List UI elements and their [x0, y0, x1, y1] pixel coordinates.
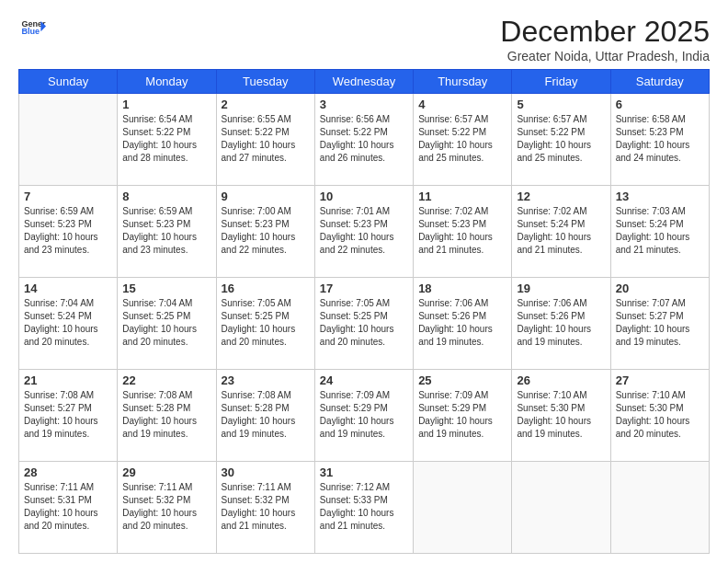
day-number: 25	[418, 373, 506, 387]
week-row-2: 7Sunrise: 6:59 AM Sunset: 5:23 PM Daylig…	[19, 186, 710, 278]
calendar-cell: 30Sunrise: 7:11 AM Sunset: 5:32 PM Dayli…	[216, 462, 314, 554]
calendar-cell	[512, 462, 610, 554]
cell-info: Sunrise: 7:11 AM Sunset: 5:31 PM Dayligh…	[24, 481, 112, 533]
cell-info: Sunrise: 6:57 AM Sunset: 5:22 PM Dayligh…	[517, 113, 605, 165]
calendar-cell: 24Sunrise: 7:09 AM Sunset: 5:29 PM Dayli…	[314, 370, 413, 462]
day-number: 19	[517, 282, 605, 295]
cell-info: Sunrise: 6:55 AM Sunset: 5:22 PM Dayligh…	[222, 113, 310, 165]
calendar-cell: 18Sunrise: 7:06 AM Sunset: 5:26 PM Dayli…	[414, 278, 512, 370]
cell-info: Sunrise: 7:11 AM Sunset: 5:32 PM Dayligh…	[222, 481, 310, 533]
day-number: 7	[24, 190, 112, 203]
day-number: 8	[122, 190, 210, 203]
weekday-header-thursday: Thursday	[414, 70, 512, 94]
header: General Blue December 2025 Greater Noida…	[18, 15, 710, 63]
day-number: 14	[24, 282, 112, 295]
day-number: 6	[616, 98, 704, 111]
calendar-cell: 9Sunrise: 7:00 AM Sunset: 5:23 PM Daylig…	[216, 186, 314, 278]
calendar-cell: 22Sunrise: 7:08 AM Sunset: 5:28 PM Dayli…	[118, 370, 216, 462]
cell-info: Sunrise: 7:04 AM Sunset: 5:25 PM Dayligh…	[122, 297, 210, 349]
month-title: December 2025	[500, 15, 710, 49]
calendar-cell: 2Sunrise: 6:55 AM Sunset: 5:22 PM Daylig…	[216, 94, 314, 186]
calendar-cell: 21Sunrise: 7:08 AM Sunset: 5:27 PM Dayli…	[19, 370, 118, 462]
calendar-cell: 26Sunrise: 7:10 AM Sunset: 5:30 PM Dayli…	[512, 370, 610, 462]
cell-info: Sunrise: 7:02 AM Sunset: 5:23 PM Dayligh…	[418, 205, 506, 257]
location: Greater Noida, Uttar Pradesh, India	[500, 49, 710, 63]
calendar-cell: 23Sunrise: 7:08 AM Sunset: 5:28 PM Dayli…	[216, 370, 314, 462]
calendar-cell: 11Sunrise: 7:02 AM Sunset: 5:23 PM Dayli…	[414, 186, 512, 278]
weekday-header-friday: Friday	[512, 70, 610, 94]
cell-info: Sunrise: 7:01 AM Sunset: 5:23 PM Dayligh…	[320, 205, 408, 257]
calendar-cell: 1Sunrise: 6:54 AM Sunset: 5:22 PM Daylig…	[118, 94, 216, 186]
calendar-cell	[610, 462, 709, 554]
week-row-5: 28Sunrise: 7:11 AM Sunset: 5:31 PM Dayli…	[19, 462, 710, 554]
day-number: 24	[320, 373, 408, 387]
logo: General Blue	[18, 15, 46, 40]
day-number: 11	[418, 190, 506, 203]
day-number: 18	[418, 282, 506, 295]
cell-info: Sunrise: 7:12 AM Sunset: 5:33 PM Dayligh…	[320, 481, 408, 533]
cell-info: Sunrise: 7:05 AM Sunset: 5:25 PM Dayligh…	[222, 297, 310, 349]
calendar-cell: 8Sunrise: 6:59 AM Sunset: 5:23 PM Daylig…	[118, 186, 216, 278]
calendar-cell: 12Sunrise: 7:02 AM Sunset: 5:24 PM Dayli…	[512, 186, 610, 278]
day-number: 3	[320, 98, 408, 111]
day-number: 5	[517, 98, 605, 111]
calendar-cell: 15Sunrise: 7:04 AM Sunset: 5:25 PM Dayli…	[118, 278, 216, 370]
cell-info: Sunrise: 7:07 AM Sunset: 5:27 PM Dayligh…	[616, 297, 704, 349]
cell-info: Sunrise: 7:09 AM Sunset: 5:29 PM Dayligh…	[320, 389, 408, 441]
calendar-cell: 6Sunrise: 6:58 AM Sunset: 5:23 PM Daylig…	[610, 94, 709, 186]
weekday-header-tuesday: Tuesday	[216, 70, 314, 94]
calendar-cell: 31Sunrise: 7:12 AM Sunset: 5:33 PM Dayli…	[314, 462, 413, 554]
cell-info: Sunrise: 7:08 AM Sunset: 5:28 PM Dayligh…	[122, 389, 210, 441]
cell-info: Sunrise: 6:58 AM Sunset: 5:23 PM Dayligh…	[616, 113, 704, 165]
week-row-3: 14Sunrise: 7:04 AM Sunset: 5:24 PM Dayli…	[19, 278, 710, 370]
cell-info: Sunrise: 7:05 AM Sunset: 5:25 PM Dayligh…	[320, 297, 408, 349]
day-number: 2	[222, 98, 310, 111]
day-number: 26	[517, 373, 605, 387]
weekday-header-sunday: Sunday	[19, 70, 118, 94]
week-row-1: 1Sunrise: 6:54 AM Sunset: 5:22 PM Daylig…	[19, 94, 710, 186]
day-number: 31	[320, 465, 408, 479]
svg-text:Blue: Blue	[21, 27, 40, 36]
calendar-table: SundayMondayTuesdayWednesdayThursdayFrid…	[18, 69, 710, 554]
day-number: 30	[222, 465, 310, 479]
calendar-cell	[414, 462, 512, 554]
cell-info: Sunrise: 7:04 AM Sunset: 5:24 PM Dayligh…	[24, 297, 112, 349]
cell-info: Sunrise: 7:02 AM Sunset: 5:24 PM Dayligh…	[517, 205, 605, 257]
page: General Blue December 2025 Greater Noida…	[0, 0, 728, 563]
cell-info: Sunrise: 6:59 AM Sunset: 5:23 PM Dayligh…	[122, 205, 210, 257]
logo-icon: General Blue	[20, 15, 46, 40]
cell-info: Sunrise: 7:08 AM Sunset: 5:28 PM Dayligh…	[222, 389, 310, 441]
calendar-cell: 4Sunrise: 6:57 AM Sunset: 5:22 PM Daylig…	[414, 94, 512, 186]
calendar-cell: 28Sunrise: 7:11 AM Sunset: 5:31 PM Dayli…	[19, 462, 118, 554]
day-number: 22	[122, 373, 210, 387]
day-number: 13	[616, 190, 704, 203]
weekday-header-wednesday: Wednesday	[314, 70, 413, 94]
day-number: 16	[222, 282, 310, 295]
day-number: 23	[222, 373, 310, 387]
day-number: 1	[122, 98, 210, 111]
cell-info: Sunrise: 7:06 AM Sunset: 5:26 PM Dayligh…	[517, 297, 605, 349]
calendar-cell: 10Sunrise: 7:01 AM Sunset: 5:23 PM Dayli…	[314, 186, 413, 278]
calendar-cell: 17Sunrise: 7:05 AM Sunset: 5:25 PM Dayli…	[314, 278, 413, 370]
calendar-cell: 25Sunrise: 7:09 AM Sunset: 5:29 PM Dayli…	[414, 370, 512, 462]
cell-info: Sunrise: 7:08 AM Sunset: 5:27 PM Dayligh…	[24, 389, 112, 441]
day-number: 12	[517, 190, 605, 203]
calendar-cell: 19Sunrise: 7:06 AM Sunset: 5:26 PM Dayli…	[512, 278, 610, 370]
cell-info: Sunrise: 7:09 AM Sunset: 5:29 PM Dayligh…	[418, 389, 506, 441]
day-number: 4	[418, 98, 506, 111]
day-number: 15	[122, 282, 210, 295]
day-number: 27	[616, 373, 704, 387]
cell-info: Sunrise: 7:10 AM Sunset: 5:30 PM Dayligh…	[616, 389, 704, 441]
weekday-header-monday: Monday	[118, 70, 216, 94]
cell-info: Sunrise: 7:11 AM Sunset: 5:32 PM Dayligh…	[122, 481, 210, 533]
day-number: 21	[24, 373, 112, 387]
cell-info: Sunrise: 7:10 AM Sunset: 5:30 PM Dayligh…	[517, 389, 605, 441]
calendar-cell	[19, 94, 118, 186]
calendar-cell: 5Sunrise: 6:57 AM Sunset: 5:22 PM Daylig…	[512, 94, 610, 186]
day-number: 20	[616, 282, 704, 295]
calendar-cell: 20Sunrise: 7:07 AM Sunset: 5:27 PM Dayli…	[610, 278, 709, 370]
calendar-cell: 14Sunrise: 7:04 AM Sunset: 5:24 PM Dayli…	[19, 278, 118, 370]
cell-info: Sunrise: 6:57 AM Sunset: 5:22 PM Dayligh…	[418, 113, 506, 165]
calendar-cell: 27Sunrise: 7:10 AM Sunset: 5:30 PM Dayli…	[610, 370, 709, 462]
calendar-cell: 29Sunrise: 7:11 AM Sunset: 5:32 PM Dayli…	[118, 462, 216, 554]
